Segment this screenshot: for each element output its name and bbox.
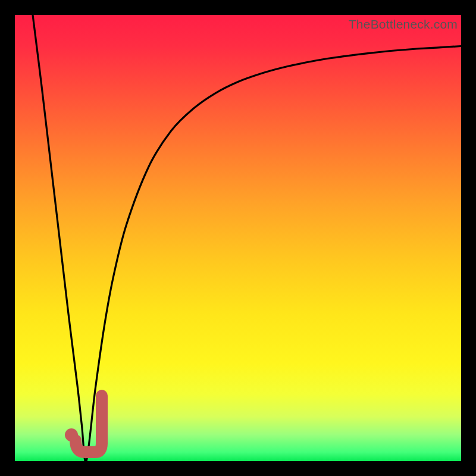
plot-area: TheBottleneck.com xyxy=(15,15,461,461)
chart-frame: TheBottleneck.com xyxy=(0,0,476,476)
chart-svg xyxy=(15,15,461,461)
callout-dot xyxy=(65,428,78,441)
